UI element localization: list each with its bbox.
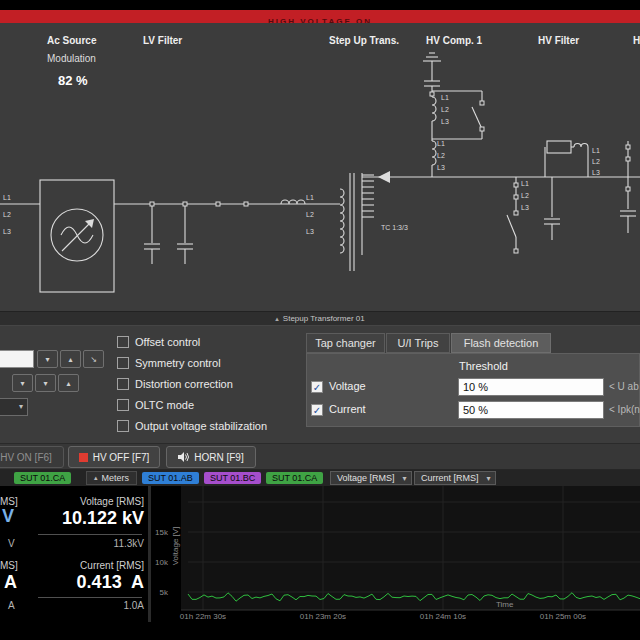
voltage-threshold-input[interactable]: 10 % bbox=[458, 378, 604, 396]
current-threshold-hint: < Ipk(n bbox=[609, 404, 640, 415]
label-ac-source: Ac Source bbox=[47, 35, 96, 46]
checkbox-icon bbox=[117, 399, 129, 411]
check-icon: ✓ bbox=[313, 405, 321, 416]
meters-collapse-control[interactable]: ▴ Meters bbox=[86, 471, 137, 485]
horn-icon bbox=[178, 452, 189, 462]
checkbox-label: Offset control bbox=[135, 336, 200, 348]
x-tick: 01h 25m 00s bbox=[540, 612, 586, 621]
collapse-up-icon: ▴ bbox=[94, 472, 98, 484]
chevron-down-icon: ▾ bbox=[20, 379, 24, 388]
tab-flash-detection[interactable]: Flash detection bbox=[451, 333, 551, 353]
hv-off-label: HV OFF [F7] bbox=[93, 452, 150, 463]
channel-chip-sut01ab[interactable]: SUT 01.AB bbox=[142, 472, 199, 484]
checkbox-offset-control[interactable]: Offset control bbox=[117, 335, 200, 349]
transformer-ratio-label: TC 1:3/3 bbox=[381, 224, 408, 231]
checkbox-distortion-correction[interactable]: Distortion correction bbox=[117, 377, 233, 391]
hv-status-banner: HIGH VOLTAGE ON bbox=[0, 10, 640, 23]
voltage-meter-label: Voltage [RMS] bbox=[30, 496, 144, 507]
x-tick: 01h 22m 30s bbox=[180, 612, 226, 621]
threshold-title: Threshold bbox=[459, 360, 508, 372]
phase-label: L1 bbox=[521, 180, 529, 187]
clipped-meter-fragment: A bbox=[8, 600, 15, 611]
phase-label: L3 bbox=[521, 204, 529, 211]
chevron-down-icon: ▾ bbox=[45, 355, 49, 364]
tab-tap-changer[interactable]: Tap changer bbox=[306, 333, 385, 353]
checkbox-icon bbox=[117, 336, 129, 348]
circuit-diagram: L1 L2 L3 L1 L2 L3 L1 L2 L3 L1 L2 L3 L1 L… bbox=[0, 23, 640, 311]
voltage-threshold-hint: < U ab bbox=[609, 381, 639, 392]
phase-label: L2 bbox=[441, 106, 449, 113]
label-modulation: Modulation bbox=[47, 53, 96, 64]
modulation-value: 82 % bbox=[58, 73, 88, 88]
phase-label: L1 bbox=[592, 147, 600, 154]
channel-chip-sut01bc[interactable]: SUT 01.BC bbox=[204, 472, 261, 484]
apply-setpoint-button[interactable]: ↘ bbox=[83, 350, 104, 368]
label-step-up-trans: Step Up Trans. bbox=[329, 35, 399, 46]
current-meter-value: 0.413 A bbox=[30, 572, 144, 593]
current-threshold-input[interactable]: 50 % bbox=[458, 401, 604, 419]
chevron-up-icon: ▴ bbox=[66, 379, 70, 388]
phase-label: L3 bbox=[3, 228, 11, 235]
label-right-clipped: HV bbox=[633, 35, 640, 46]
phase-label: L2 bbox=[592, 158, 600, 165]
app-window: HIGH VOLTAGE ON bbox=[0, 0, 640, 640]
phase-label: L1 bbox=[437, 140, 445, 147]
current-meter-range: 1.0A bbox=[30, 600, 144, 611]
phase-label: L2 bbox=[437, 152, 445, 159]
hv-off-button[interactable]: HV OFF [F7] bbox=[68, 446, 160, 468]
checkbox-icon bbox=[117, 357, 129, 369]
tab-label: U/I Trips bbox=[398, 337, 439, 349]
phase-label: L3 bbox=[441, 118, 449, 125]
checkbox-icon bbox=[117, 378, 129, 390]
clipped-meter-fragment: MS] bbox=[0, 560, 18, 571]
hv-on-button[interactable]: HV ON [F6] bbox=[0, 446, 64, 468]
checkbox-label: OLTC mode bbox=[135, 399, 194, 411]
checkbox-output-voltage-stabilization[interactable]: Output voltage stabilization bbox=[117, 419, 267, 433]
current-threshold-label: Current bbox=[329, 403, 366, 415]
checkbox-oltc-mode[interactable]: OLTC mode bbox=[117, 398, 194, 412]
spin-up-button[interactable]: ▴ bbox=[58, 374, 79, 392]
spin-down-button[interactable]: ▾ bbox=[37, 350, 58, 368]
spin-down-button[interactable]: ▾ bbox=[35, 374, 56, 392]
meter-divider bbox=[38, 534, 142, 535]
pinned-channel-chip[interactable]: SUT 01.CA bbox=[14, 472, 71, 484]
hv-off-icon bbox=[79, 453, 88, 462]
phase-label: L1 bbox=[3, 194, 11, 201]
collapse-bar-label: Stepup Transformer 01 bbox=[283, 314, 365, 323]
label-hv-comp-1: HV Comp. 1 bbox=[426, 35, 482, 46]
clipped-meter-fragment: V bbox=[8, 538, 15, 549]
phase-label: L3 bbox=[592, 169, 600, 176]
y-tick: 5k bbox=[160, 588, 169, 597]
x-axis-label: Time bbox=[496, 600, 514, 609]
check-icon: ✓ bbox=[313, 382, 321, 393]
spin-up-button[interactable]: ▴ bbox=[60, 350, 81, 368]
x-tick: 01h 23m 20s bbox=[300, 612, 346, 621]
trend-chart: 15k 10k 5k Voltage [V] 01h 22m 30s 01h 2… bbox=[151, 486, 640, 622]
phase-label: L1 bbox=[306, 194, 314, 201]
parameter-select-fragment[interactable]: ▾ bbox=[0, 398, 28, 416]
horn-button[interactable]: HORN [F9] bbox=[166, 446, 256, 468]
voltage-meter-range: 11.3kV bbox=[30, 538, 144, 549]
current-threshold-checkbox[interactable]: ✓ bbox=[311, 404, 323, 416]
chevron-down-icon: ▾ bbox=[19, 402, 23, 411]
channel-chip-sut01ca[interactable]: SUT 01.CA bbox=[266, 472, 323, 484]
current-measure-select[interactable]: Current [RMS] ▾ bbox=[414, 471, 496, 485]
phase-label: L2 bbox=[3, 211, 11, 218]
chevron-up-icon: ▴ bbox=[68, 355, 72, 364]
setpoint-input-fragment[interactable] bbox=[0, 350, 34, 368]
meter-divider bbox=[38, 597, 142, 598]
phase-label: L1 bbox=[441, 94, 449, 101]
clipped-meter-fragment: A bbox=[4, 572, 17, 593]
voltage-measure-select[interactable]: Voltage [RMS] ▾ bbox=[330, 471, 412, 485]
voltage-threshold-checkbox[interactable]: ✓ bbox=[311, 381, 323, 393]
checkbox-symmetry-control[interactable]: Symmetry control bbox=[117, 356, 221, 370]
x-tick: 01h 24m 10s bbox=[420, 612, 466, 621]
spin-down-button[interactable]: ▾ bbox=[12, 374, 33, 392]
label-hv-filter: HV Filter bbox=[538, 35, 579, 46]
horn-label: HORN [F9] bbox=[194, 452, 243, 463]
y-axis-label: Voltage [V] bbox=[171, 527, 180, 566]
tab-ui-trips[interactable]: U/I Trips bbox=[386, 333, 450, 353]
chevron-down-icon: ▾ bbox=[43, 379, 47, 388]
stepup-transformer-collapse-bar[interactable]: ▴Stepup Transformer 01 bbox=[0, 311, 640, 326]
checkbox-label: Symmetry control bbox=[135, 357, 221, 369]
